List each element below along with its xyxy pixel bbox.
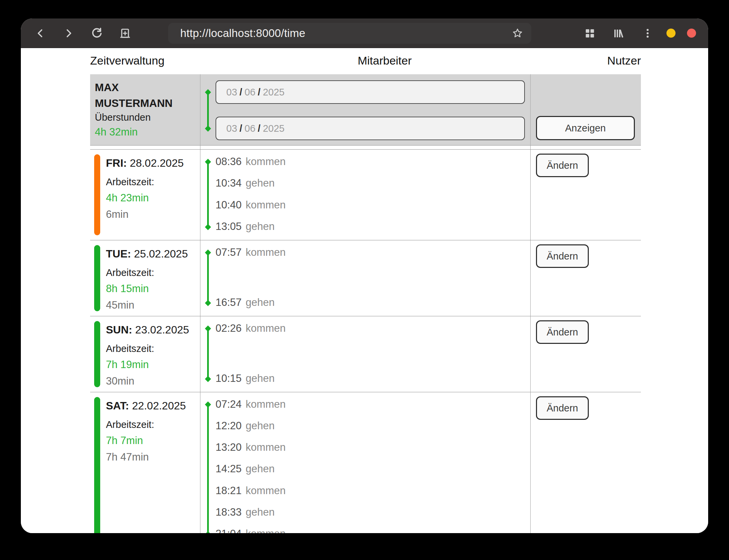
minimize-window-button[interactable] bbox=[666, 29, 676, 38]
worktime-label: Arbeitszeit: bbox=[106, 267, 188, 278]
day-title: SUN: 23.02.2025 bbox=[106, 324, 189, 336]
time-kind: gehen bbox=[246, 221, 275, 233]
pause-value: 7h 47min bbox=[106, 451, 186, 463]
aendern-button[interactable]: Ändern bbox=[536, 154, 589, 177]
tab-overview-button[interactable] bbox=[582, 26, 597, 41]
browser-window: http://localhost:8000/time bbox=[21, 18, 708, 533]
time-kind: gehen bbox=[246, 420, 275, 432]
browser-toolbar: http://localhost:8000/time bbox=[21, 18, 708, 48]
worktime-label: Arbeitszeit: bbox=[106, 343, 189, 354]
time-value: 18:21 bbox=[216, 485, 242, 497]
time-kind: gehen bbox=[246, 463, 275, 475]
row-action-cell: Ändern bbox=[530, 316, 641, 392]
overtime-value: 4h 32min bbox=[95, 126, 138, 138]
time-entry: 18:33gehen bbox=[200, 502, 530, 523]
day-status-bar bbox=[94, 245, 100, 311]
new-tab-button[interactable] bbox=[118, 26, 132, 41]
top-navigation: Zeitverwaltung Mitarbeiter Nutzer bbox=[90, 54, 641, 69]
aendern-button[interactable]: Ändern bbox=[536, 320, 589, 344]
library-icon bbox=[612, 27, 625, 40]
worktime-value: 7h 7min bbox=[106, 435, 186, 447]
new-tab-icon bbox=[119, 27, 131, 39]
employee-name: MAX MUSTERMANN bbox=[95, 80, 172, 111]
time-entry: 02:26kommen bbox=[200, 318, 530, 339]
timeline-diamond-bottom bbox=[205, 125, 211, 131]
forward-button[interactable] bbox=[61, 26, 76, 41]
date-range-timeline bbox=[207, 92, 209, 128]
row-action-cell: Ändern bbox=[530, 392, 641, 533]
time-value: 21:04 bbox=[216, 528, 242, 533]
time-kind: gehen bbox=[246, 177, 275, 189]
aendern-button[interactable]: Ändern bbox=[536, 244, 589, 268]
time-entry: 10:34gehen bbox=[200, 173, 530, 194]
time-entry: 13:20kommen bbox=[200, 437, 530, 458]
kebab-menu-icon bbox=[642, 28, 653, 39]
day-info-cell: TUE: 25.02.2025Arbeitszeit:8h 15min45min bbox=[90, 240, 200, 316]
time-kind: kommen bbox=[246, 485, 286, 497]
day-rows: FRI: 28.02.2025Arbeitszeit:4h 23min6min0… bbox=[90, 149, 641, 533]
day-title: FRI: 28.02.2025 bbox=[106, 157, 184, 169]
time-value: 16:57 bbox=[216, 296, 242, 309]
time-value: 13:05 bbox=[216, 221, 242, 233]
overtime-label: Überstunden bbox=[95, 112, 151, 123]
worktime-value: 8h 15min bbox=[106, 283, 188, 295]
time-kind: kommen bbox=[246, 156, 286, 168]
day-info-cell: SUN: 23.02.2025Arbeitszeit:7h 19min30min bbox=[90, 316, 200, 392]
header-action-cell: Anzeigen bbox=[530, 74, 641, 145]
url-bar[interactable]: http://localhost:8000/time bbox=[168, 23, 531, 44]
pause-value: 6min bbox=[106, 208, 184, 221]
worktime-label: Arbeitszeit: bbox=[106, 419, 186, 430]
time-value: 14:25 bbox=[216, 463, 242, 475]
nav-item-nutzer[interactable]: Nutzer bbox=[607, 54, 641, 67]
row-action-cell: Ändern bbox=[530, 240, 641, 316]
time-kind: gehen bbox=[246, 372, 275, 385]
worktime-value: 4h 23min bbox=[106, 192, 184, 204]
time-value: 07:24 bbox=[216, 398, 242, 410]
time-value: 10:40 bbox=[216, 199, 242, 211]
worktime-value: 7h 19min bbox=[106, 359, 189, 371]
time-entry: 21:04kommen bbox=[200, 523, 530, 533]
worktime-label: Arbeitszeit: bbox=[106, 176, 184, 188]
time-value: 18:33 bbox=[216, 506, 242, 518]
row-action-cell: Ändern bbox=[530, 150, 641, 240]
library-button[interactable] bbox=[611, 26, 626, 41]
reload-icon bbox=[90, 27, 103, 40]
card-row-spacer bbox=[90, 146, 641, 149]
day-info-cell: FRI: 28.02.2025Arbeitszeit:4h 23min6min bbox=[90, 150, 200, 240]
nav-item-mitarbeiter[interactable]: Mitarbeiter bbox=[358, 54, 412, 67]
date-range-cell: 03/06/2025 03/06/2025 bbox=[200, 74, 530, 145]
menu-button[interactable] bbox=[640, 26, 655, 41]
times-cell: 07:57kommen16:57gehen bbox=[200, 240, 530, 316]
toolbar-right-group bbox=[568, 26, 696, 41]
day-row: TUE: 25.02.2025Arbeitszeit:8h 15min45min… bbox=[90, 240, 641, 316]
time-entry: 12:20gehen bbox=[200, 415, 530, 436]
reload-button[interactable] bbox=[89, 26, 104, 41]
date-to-input[interactable]: 03/06/2025 bbox=[216, 117, 525, 140]
day-title: SAT: 22.02.2025 bbox=[106, 400, 186, 412]
time-entry: 08:36kommen bbox=[200, 151, 530, 172]
day-info-cell: SAT: 22.02.2025Arbeitszeit:7h 7min7h 47m… bbox=[90, 392, 200, 533]
anzeigen-button[interactable]: Anzeigen bbox=[536, 116, 635, 140]
time-entry: 07:24kommen bbox=[200, 394, 530, 415]
webpage: Zeitverwaltung Mitarbeiter Nutzer MAX MU… bbox=[21, 48, 708, 533]
back-button[interactable] bbox=[33, 26, 48, 41]
date-from-input[interactable]: 03/06/2025 bbox=[216, 80, 525, 104]
bookmark-star-icon[interactable] bbox=[512, 28, 523, 39]
aendern-button[interactable]: Ändern bbox=[536, 396, 589, 420]
time-value: 02:26 bbox=[216, 322, 242, 334]
time-kind: kommen bbox=[246, 398, 286, 410]
times-cell: 02:26kommen10:15gehen bbox=[200, 316, 530, 392]
time-value: 13:20 bbox=[216, 441, 242, 453]
nav-item-zeitverwaltung[interactable]: Zeitverwaltung bbox=[90, 54, 164, 67]
pause-value: 45min bbox=[106, 299, 188, 311]
time-kind: kommen bbox=[246, 199, 286, 211]
time-kind: kommen bbox=[246, 246, 286, 258]
day-status-bar bbox=[94, 154, 100, 235]
employee-header-card: MAX MUSTERMANN Überstunden 4h 32min 03/0… bbox=[90, 74, 641, 146]
forward-icon bbox=[63, 28, 74, 39]
time-entry: 14:25gehen bbox=[200, 458, 530, 479]
time-entry: 10:15gehen bbox=[200, 368, 530, 389]
close-window-button[interactable] bbox=[687, 29, 696, 38]
time-kind: kommen bbox=[246, 528, 286, 533]
time-entry: 07:57kommen bbox=[200, 242, 530, 263]
